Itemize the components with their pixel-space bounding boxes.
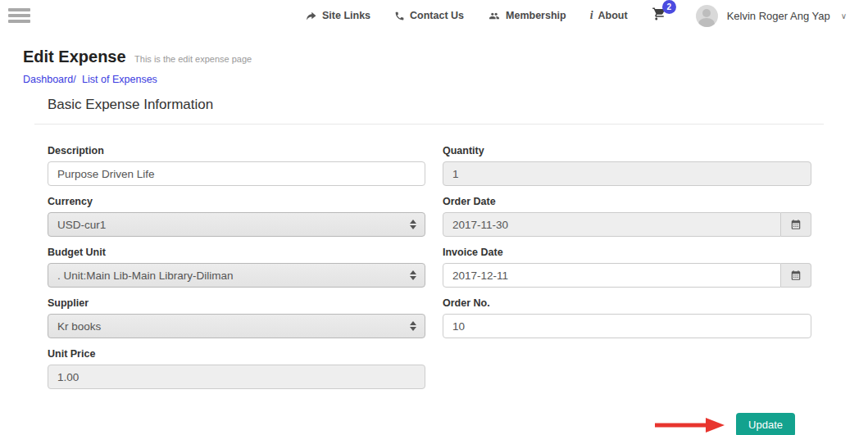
unit-price-input <box>48 365 425 389</box>
form-actions: Update <box>34 399 824 435</box>
nav-contact-us[interactable]: Contact Us <box>394 10 464 21</box>
budget-unit-field-group: Budget Unit . Unit:Main Lib-Main Library… <box>48 247 425 288</box>
cart-count-badge: 2 <box>662 0 676 14</box>
budget-unit-label: Budget Unit <box>48 247 425 258</box>
top-navbar: Site Links Contact Us Membership i About… <box>0 0 868 31</box>
currency-field-group: Currency USD-cur1 <box>48 196 425 237</box>
select-arrows-icon <box>410 220 416 229</box>
user-name: Kelvin Roger Ang Yap <box>727 10 830 22</box>
red-pointer-arrow <box>653 416 725 434</box>
nav-about[interactable]: i About <box>590 9 628 22</box>
order-no-label: Order No. <box>443 297 811 309</box>
page-title: Edit Expense <box>23 48 126 66</box>
calendar-icon <box>790 270 802 281</box>
nav-site-links[interactable]: Site Links <box>305 10 370 21</box>
order-date-calendar-button[interactable] <box>781 212 811 237</box>
page-subtitle: This is the edit expense page <box>134 54 252 64</box>
invoice-date-field-group: Invoice Date <box>443 247 811 288</box>
expense-form: Description Currency USD-cur1 Budget Uni… <box>34 125 824 399</box>
users-icon <box>488 11 501 21</box>
avatar <box>696 5 718 27</box>
info-icon: i <box>590 9 593 22</box>
order-no-field-group: Order No. <box>443 297 811 338</box>
description-label: Description <box>48 145 425 156</box>
user-menu[interactable]: Kelvin Roger Ang Yap ∨ <box>696 5 847 27</box>
phone-icon <box>394 11 405 21</box>
update-button[interactable]: Update <box>736 413 795 435</box>
supplier-selected-value: Kr books <box>57 320 416 333</box>
shopping-cart-button[interactable]: 2 <box>652 7 667 25</box>
quantity-input <box>443 161 811 186</box>
navbar-links: Site Links Contact Us Membership i About… <box>305 5 847 27</box>
share-arrow-icon <box>305 11 317 21</box>
hamburger-menu-icon[interactable] <box>8 7 30 24</box>
select-arrows-icon <box>410 270 416 280</box>
nav-contact-us-label: Contact Us <box>410 10 464 21</box>
nav-membership[interactable]: Membership <box>488 10 566 21</box>
nav-site-links-label: Site Links <box>322 10 370 21</box>
budget-unit-selected-value: . Unit:Main Lib-Main Library-Diliman <box>57 270 416 282</box>
quantity-field-group: Quantity <box>443 145 811 186</box>
order-date-field-group: Order Date <box>443 196 811 237</box>
order-date-input <box>443 212 781 237</box>
currency-select[interactable]: USD-cur1 <box>48 212 425 237</box>
breadcrumb-dashboard-link[interactable]: Dashboard/ <box>23 74 76 85</box>
order-no-input[interactable] <box>443 314 811 338</box>
calendar-icon <box>790 219 802 230</box>
nav-about-label: About <box>598 10 628 21</box>
chevron-down-icon: ∨ <box>841 11 847 20</box>
quantity-label: Quantity <box>443 145 811 156</box>
currency-label: Currency <box>48 196 425 207</box>
invoice-date-calendar-button[interactable] <box>781 263 811 288</box>
budget-unit-select[interactable]: . Unit:Main Lib-Main Library-Diliman <box>48 263 425 288</box>
supplier-label: Supplier <box>48 297 425 309</box>
description-field-group: Description <box>48 145 425 186</box>
invoice-date-label: Invoice Date <box>443 247 811 258</box>
breadcrumb: Dashboard/ List of Expenses <box>23 74 868 85</box>
unit-price-label: Unit Price <box>48 348 425 360</box>
select-arrows-icon <box>410 321 416 331</box>
invoice-date-input[interactable] <box>443 263 781 288</box>
form-column-left: Description Currency USD-cur1 Budget Uni… <box>48 145 425 399</box>
currency-selected-value: USD-cur1 <box>57 219 416 231</box>
order-date-label: Order Date <box>443 196 811 207</box>
basic-expense-panel: Basic Expense Information Description Cu… <box>34 97 824 435</box>
breadcrumb-list-of-expenses-link[interactable]: List of Expenses <box>82 74 157 85</box>
nav-membership-label: Membership <box>506 10 566 21</box>
page-header: Edit Expense This is the edit expense pa… <box>0 31 868 85</box>
supplier-field-group: Supplier Kr books <box>48 297 425 338</box>
supplier-select[interactable]: Kr books <box>48 314 425 338</box>
form-column-right: Quantity Order Date Invoice Date <box>443 145 811 399</box>
section-title: Basic Expense Information <box>34 97 824 113</box>
unit-price-field-group: Unit Price <box>48 348 425 389</box>
description-input[interactable] <box>48 161 425 186</box>
